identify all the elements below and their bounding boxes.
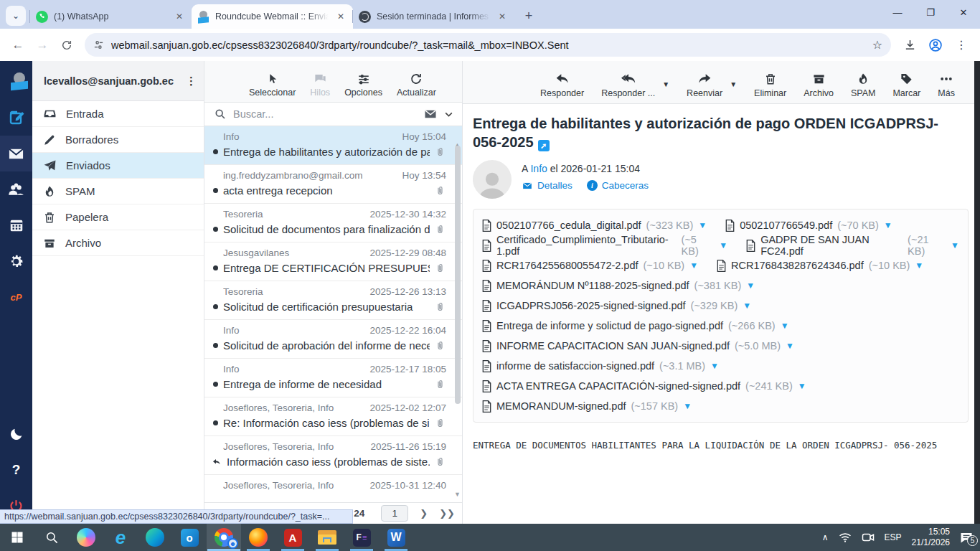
next-page-icon[interactable]: ❯ (420, 508, 428, 519)
tray-expand-icon[interactable]: ∧ (822, 532, 829, 542)
taskbar-edge-button[interactable] (138, 524, 172, 551)
search-bar[interactable]: Buscar... (204, 103, 462, 126)
tab-close-icon[interactable]: ✕ (496, 10, 509, 23)
search-input[interactable]: Buscar... (233, 108, 417, 120)
attachment-menu-caret-icon[interactable]: ▼ (884, 220, 892, 230)
start-button[interactable] (0, 524, 34, 551)
refresh-button[interactable]: Actualizar (397, 72, 436, 98)
browser-menu-icon[interactable]: ⋮ (950, 34, 973, 57)
attachment-menu-caret-icon[interactable]: ▼ (915, 260, 923, 270)
cpanel-icon[interactable]: cP (0, 279, 32, 315)
delete-button[interactable]: Eliminar (754, 72, 786, 98)
attachment-menu-caret-icon[interactable]: ▼ (698, 220, 707, 230)
archive-button[interactable]: Archivo (804, 72, 834, 98)
attachment-menu-caret-icon[interactable]: ▼ (951, 240, 959, 250)
message-list-item[interactable]: Info2025-12-17 18:05Entrega de informe d… (204, 359, 462, 397)
taskbar-word-button[interactable]: W (379, 524, 413, 551)
sidebar-item-archivo[interactable]: Archivo (32, 230, 204, 256)
attachment-link[interactable]: RCR1768438287624346.pdf(~10 KB)▼ (717, 260, 923, 272)
headers-toggle[interactable]: i Cabeceras (587, 180, 649, 191)
taskbar-ie-button[interactable]: e (103, 524, 138, 551)
compose-button[interactable] (0, 100, 32, 136)
sidebar-item-enviados[interactable]: Enviados (32, 153, 204, 179)
profile-avatar-icon[interactable] (924, 34, 947, 57)
site-info-icon[interactable] (93, 39, 104, 50)
taskbar-copilot-button[interactable] (69, 524, 103, 551)
attachment-name[interactable]: 0502107766_cedula_digital.pdf (496, 220, 641, 231)
message-list-item[interactable]: Joseflores, Tesoreria, Info2025-11-26 15… (204, 436, 462, 475)
tray-clock[interactable]: 15:05 21/1/2026 (912, 527, 950, 548)
page-scrollbar[interactable] (974, 61, 980, 524)
sidebar-item-entrada[interactable]: Entrada (32, 101, 204, 127)
tab-roundcube[interactable]: Roundcube Webmail :: Enviados ✕ (192, 4, 353, 29)
sidebar-item-borradores[interactable]: Borradores (32, 127, 204, 153)
attachment-name[interactable]: MEMORÁNDUM Nº1188-2025-signed.pdf (496, 280, 689, 291)
tab-whatsapp[interactable]: (1) WhatsApp ✕ (30, 4, 192, 29)
reload-button[interactable] (56, 34, 77, 56)
settings-gear-icon[interactable] (0, 243, 32, 279)
mark-button[interactable]: Marcar (892, 72, 920, 98)
restore-button[interactable]: ❐ (914, 0, 947, 24)
attachment-name[interactable]: RCR1764255680055472-2.pdf (496, 260, 639, 271)
forward-button[interactable]: Reenviar (687, 72, 722, 98)
options-button[interactable]: Opciones (344, 72, 382, 98)
message-list-item[interactable]: Joseflores, Tesoreria, Info2025-12-02 12… (204, 397, 462, 436)
taskbar-outlook-button[interactable]: o (172, 524, 207, 551)
attachment-link[interactable]: Entrega de informe y solictud de pago-si… (482, 320, 789, 332)
taskbar-firefox-button[interactable] (241, 524, 275, 551)
attachment-menu-caret-icon[interactable]: ▼ (710, 361, 719, 371)
new-tab-button[interactable]: + (519, 6, 539, 26)
page-number-input[interactable]: 1 (381, 505, 408, 522)
attachment-link[interactable]: informe de satisfaccion-signed.pdf(~3.1 … (482, 360, 719, 372)
attachment-link[interactable]: 0502107766_cedula_digital.pdf(~323 KB)▼ (482, 220, 707, 232)
dark-mode-moon-icon[interactable] (0, 416, 32, 452)
attachment-name[interactable]: Certificado_Cumplimiento_Tributario-1.pd… (496, 234, 677, 257)
message-list-item[interactable]: Tesoreria2025-12-30 14:32Solicitud de do… (204, 204, 462, 242)
attachment-name[interactable]: INFORME CAPACITACION SAN JUAN-signed.pdf (496, 340, 730, 352)
attachment-link[interactable]: ICGADPRSJ056-2025-signed-signed.pdf(~329… (482, 300, 751, 312)
tab-close-icon[interactable]: ✕ (173, 10, 186, 23)
attachment-menu-caret-icon[interactable]: ▼ (689, 260, 698, 270)
attachment-link[interactable]: INFORME CAPACITACION SAN JUAN-signed.pdf… (482, 340, 794, 352)
keyboard-language[interactable]: ESP (885, 532, 902, 542)
spam-button[interactable]: SPAM (851, 72, 876, 98)
attachment-menu-caret-icon[interactable]: ▼ (786, 341, 794, 351)
attachment-name[interactable]: ACTA ENTREGA CAPACITACIÓN-signed-signed.… (496, 380, 740, 392)
attachment-link[interactable]: Certificado_Cumplimiento_Tributario-1.pd… (482, 234, 727, 257)
reply-button[interactable]: Responder (540, 72, 584, 98)
taskbar-acrobat-button[interactable]: A (275, 524, 310, 551)
attachment-menu-caret-icon[interactable]: ▼ (798, 381, 806, 391)
bookmark-star-icon[interactable]: ☆ (872, 38, 882, 52)
minimize-button[interactable]: — (881, 0, 914, 24)
mail-nav-button[interactable] (0, 136, 32, 171)
forward-caret-icon[interactable]: ▼ (730, 80, 737, 88)
attachment-link[interactable]: GADPR DE SAN JUAN FC24.pdf(~21 KB)▼ (746, 234, 959, 257)
taskbar-fs-app-button[interactable]: F≡ (344, 524, 379, 551)
sidebar-item-papelera[interactable]: Papelera (32, 204, 204, 230)
close-button[interactable]: ✕ (947, 0, 980, 24)
contacts-nav-button[interactable] (0, 171, 32, 207)
open-in-new-window-icon[interactable]: ➚ (538, 140, 550, 151)
reply-all-caret-icon[interactable]: ▼ (662, 80, 669, 88)
select-button[interactable]: Seleccionar (249, 72, 296, 98)
reply-all-button[interactable]: Responder ... (601, 72, 655, 98)
more-button[interactable]: Más (938, 72, 955, 98)
back-button[interactable]: ← (7, 34, 29, 56)
attachment-name[interactable]: GADPR DE SAN JUAN FC24.pdf (760, 234, 903, 257)
taskbar-explorer-button[interactable] (310, 524, 344, 551)
attachment-link[interactable]: ACTA ENTREGA CAPACITACIÓN-signed-signed.… (482, 380, 806, 392)
taskbar-search-button[interactable] (34, 524, 69, 551)
attachment-menu-caret-icon[interactable]: ▼ (781, 321, 789, 331)
attachment-name[interactable]: ICGADPRSJ056-2025-signed-signed.pdf (496, 300, 686, 311)
attachment-link[interactable]: MEMORANDUM-signed.pdf(~157 KB)▼ (482, 400, 692, 413)
attachment-menu-caret-icon[interactable]: ▼ (719, 240, 727, 250)
scroll-down-icon[interactable]: ▼ (454, 491, 461, 498)
search-options-chevron-icon[interactable] (444, 110, 453, 119)
attachment-link[interactable]: 0502107766549.pdf(~70 KB)▼ (725, 220, 892, 232)
tab-session[interactable]: Sesión terminada | Informes Me ✕ (353, 4, 514, 29)
attachment-menu-caret-icon[interactable]: ▼ (743, 301, 751, 311)
search-scope-mail-icon[interactable] (424, 108, 437, 121)
attachment-name[interactable]: MEMORANDUM-signed.pdf (496, 400, 626, 412)
meet-now-camera-icon[interactable] (862, 532, 875, 542)
downloads-icon[interactable] (898, 34, 921, 57)
